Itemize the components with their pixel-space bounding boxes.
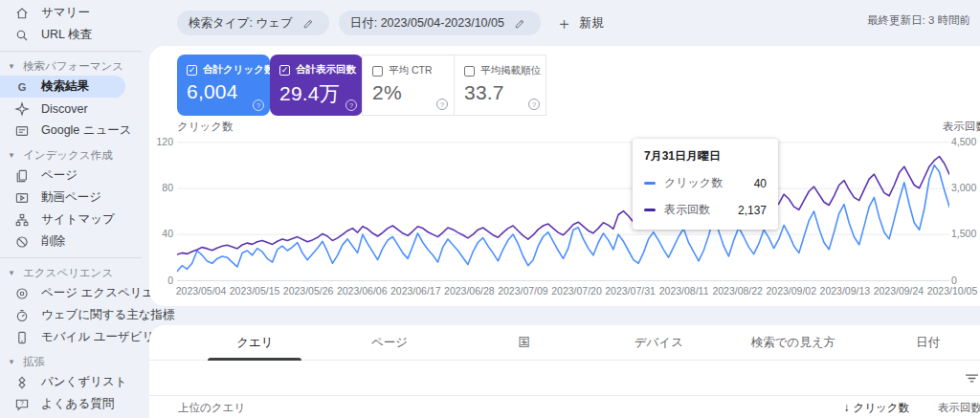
checkbox-checked-icon[interactable]: ✓ — [279, 65, 290, 76]
sidebar-item[interactable]: Google ニュース — [0, 120, 125, 142]
sidebar-section-header[interactable]: ▾エクスペリエンス — [0, 263, 142, 282]
chevron-down-icon: ▾ — [7, 357, 16, 366]
sidebar-item-label: 動画ページ — [41, 189, 101, 206]
help-icon[interactable]: ? — [528, 99, 540, 110]
sidebar-item[interactable]: ウェブに関する主な指標 — [0, 304, 125, 326]
sidebar-item[interactable]: モバイル ユーザビリティ — [0, 326, 125, 348]
x-axis-tick: 2023/07/20 — [551, 285, 602, 297]
video-icon — [13, 189, 31, 207]
tab-devices[interactable]: デバイス — [591, 325, 726, 360]
sidebar-item[interactable]: ページ — [0, 165, 125, 187]
tooltip-series-label: クリック数 — [664, 175, 723, 191]
tab-dates[interactable]: 日付 — [860, 325, 980, 360]
sidebar-item[interactable]: ?よくある質問 — [0, 393, 125, 415]
sidebar-item[interactable]: ページ エクスペリエンス — [0, 282, 125, 304]
sidebar-item[interactable]: Discover — [0, 98, 125, 120]
metric-card-label: 合計クリック数 — [203, 63, 274, 77]
performance-panel: ✓合計クリック数6,004?✓合計表示回数29.4万?平均 CTR2%?平均掲載… — [149, 46, 980, 306]
arrow-down-icon: ↓ — [843, 401, 849, 414]
metric-card-value: 33.7 — [464, 81, 536, 104]
help-icon[interactable]: ? — [436, 99, 448, 110]
filter-bar: 検索タイプ: ウェブ日付: 2023/05/04-2023/10/05 ＋ 新規 — [149, 0, 980, 46]
metric-card[interactable]: ✓合計表示回数29.4万? — [270, 55, 363, 116]
dimensions-panel: クエリページ国デバイス検索での見え方日付 上位のクエリ ↓ クリック数 表示回数 — [149, 325, 980, 418]
metric-card[interactable]: ✓合計クリック数6,004? — [177, 55, 270, 116]
breadcrumb-icon — [13, 374, 31, 391]
sidebar-item[interactable]: URL 検査 — [0, 24, 125, 46]
pencil-icon — [512, 14, 529, 32]
metric-card-value: 2% — [372, 81, 444, 104]
right-axis-tick: 0 — [951, 275, 957, 286]
x-axis-tick: 2023/06/17 — [390, 285, 441, 297]
metric-card-header: 平均掲載順位 — [464, 64, 536, 77]
chart-tooltip: 7月31日月曜日 クリック数40表示回数2,137 — [633, 139, 778, 230]
sidebar-section-header[interactable]: ▾インデックス作成 — [0, 145, 142, 165]
table-filter-row — [149, 361, 980, 396]
metric-cards: ✓合計クリック数6,004?✓合計表示回数29.4万?平均 CTR2%?平均掲載… — [177, 55, 546, 116]
filter-chip-label: 日付: 2023/05/04-2023/10/05 — [350, 15, 504, 32]
checkbox-unchecked-icon[interactable] — [372, 66, 383, 77]
left-axis-tick: 0 — [149, 275, 173, 286]
sidebar-item-label: パンくずリスト — [41, 374, 127, 390]
tooltip-series-value: 40 — [754, 177, 767, 190]
filter-chip[interactable]: 日付: 2023/05/04-2023/10/05 — [339, 11, 541, 35]
sidebar-item[interactable]: 動画ページ — [0, 187, 125, 209]
search-icon — [13, 27, 31, 44]
svg-text:G: G — [18, 80, 27, 92]
sidebar-item[interactable]: パンくずリスト — [0, 371, 125, 393]
new-filter-button[interactable]: ＋ 新規 — [556, 14, 604, 32]
filter-chip[interactable]: 検索タイプ: ウェブ — [177, 11, 329, 35]
left-axis-title: クリック数 — [177, 120, 234, 134]
sidebar-item-label: サマリー — [41, 5, 90, 21]
table-header-impressions[interactable]: 表示回数 — [909, 401, 980, 415]
checkbox-unchecked-icon[interactable] — [464, 66, 475, 77]
metric-card-value: 6,004 — [187, 80, 260, 103]
experience-icon — [13, 285, 31, 302]
tab-queries[interactable]: クエリ — [188, 325, 323, 360]
chevron-down-icon: ▾ — [7, 268, 16, 277]
sitemap-icon — [13, 211, 31, 229]
sidebar-item[interactable]: G検索結果 — [0, 76, 125, 98]
sidebar-item-label: ウェブに関する主な指標 — [41, 307, 175, 323]
performance-line-chart[interactable] — [177, 142, 949, 281]
dimension-tabs: クエリページ国デバイス検索での見え方日付 — [149, 325, 980, 361]
faq-icon: ? — [13, 396, 31, 413]
metric-card[interactable]: 平均 CTR2%? — [362, 55, 455, 116]
metric-card-value: 29.4万 — [279, 80, 353, 107]
sidebar-divider — [0, 257, 142, 258]
sidebar-section-header[interactable]: ▾検索パフォーマンス — [0, 56, 142, 76]
sidebar-item-label: 検索結果 — [41, 78, 89, 95]
checkbox-checked-icon[interactable]: ✓ — [187, 65, 197, 76]
pages-icon — [13, 167, 31, 185]
sidebar-section-header[interactable]: ▾拡張 — [0, 352, 142, 371]
help-icon[interactable]: ? — [253, 99, 264, 111]
x-axis-tick: 2023/09/02 — [766, 285, 816, 297]
sidebar-item[interactable]: サマリー — [0, 2, 125, 24]
x-axis-tick: 2023/05/15 — [230, 285, 280, 297]
sidebar-item-label: 削除 — [41, 233, 65, 250]
tooltip-series-label: 表示回数 — [664, 202, 710, 218]
filter-icon[interactable] — [964, 370, 980, 386]
discover-icon — [13, 100, 31, 118]
metric-card[interactable]: 平均掲載順位33.7? — [454, 55, 546, 116]
legend-dash-icon — [644, 209, 656, 211]
tooltip-series-value: 2,137 — [738, 204, 767, 217]
sidebar-item-label: よくある質問 — [41, 396, 114, 412]
tab-pages[interactable]: ページ — [323, 325, 457, 360]
help-icon[interactable]: ? — [345, 99, 357, 111]
x-axis-tick: 2023/09/24 — [874, 285, 924, 297]
tab-search-appearance[interactable]: 検索での見え方 — [726, 325, 861, 360]
last-updated-text: 最終更新日: 3 時間前 — [867, 13, 970, 28]
new-filter-label: 新規 — [579, 14, 604, 32]
vitals-icon — [13, 307, 31, 324]
tab-countries[interactable]: 国 — [457, 325, 591, 360]
sidebar-divider — [0, 51, 142, 52]
sidebar-section-label: インデックス作成 — [23, 148, 113, 163]
right-axis-tick: 4,500 — [951, 136, 976, 147]
right-axis-title: 表示回数 — [943, 120, 980, 134]
table-header-clicks-sort[interactable]: ↓ クリック数 — [843, 401, 909, 415]
pencil-icon — [301, 14, 318, 32]
sidebar-item[interactable]: 削除 — [0, 231, 125, 253]
series-clicks-line — [177, 165, 949, 272]
sidebar-item[interactable]: サイトマップ — [0, 209, 125, 231]
